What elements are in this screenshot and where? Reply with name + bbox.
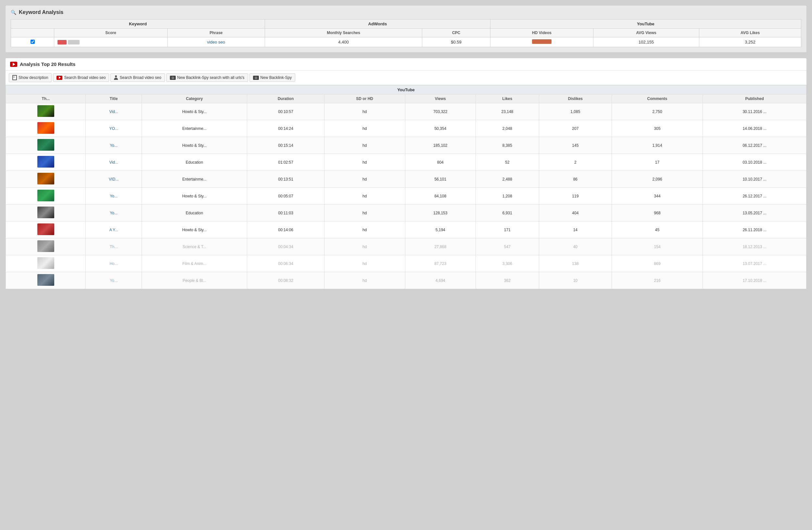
video-title-link[interactable]: Yo... [110,194,118,198]
cell-duration: 00:05:07 [247,188,324,205]
video-title-link[interactable]: Vid... [110,160,118,165]
video-title-link[interactable]: Yo... [110,211,118,215]
keyword-checkbox[interactable] [11,38,54,47]
cell-thumb [6,171,86,188]
analysis-header: Analysis Top 20 Results [5,58,807,71]
keyword-hd-bar [490,38,593,47]
cell-title[interactable]: Ho... [86,255,142,272]
cell-thumb [6,103,86,120]
cell-dislikes: 40 [539,238,612,255]
cell-sd-hd: hd [324,188,405,205]
cell-dislikes: 404 [539,205,612,221]
cell-sd-hd: hd [324,120,405,137]
cell-comments: 17 [612,154,702,171]
cell-title[interactable]: YO... [86,120,142,137]
keyword-phrase-link[interactable]: video seo [207,40,225,44]
table-row: VID... Entertainme... 00:13:51 hd 56,101… [6,171,807,188]
keyword-analysis-section: 🔍 Keyword Analysis Keyword AdWords YouTu… [5,5,807,53]
cell-likes: 2,048 [476,120,539,137]
video-title-link[interactable]: A Y... [110,227,118,232]
cell-comments: 216 [612,272,702,289]
cell-title[interactable]: Yo... [86,137,142,154]
video-thumbnail [37,207,54,218]
video-title-link[interactable]: Vid... [110,109,118,114]
video-title-link[interactable]: Th... [110,245,118,249]
adwords-group-header: AdWords [265,19,490,29]
cell-sd-hd: hd [324,103,405,120]
cell-title[interactable]: Vid... [86,154,142,171]
cell-sd-hd: hd [324,205,405,221]
cell-views: 84,108 [405,188,476,205]
col-avg-likes: AVG Likes [699,29,801,38]
cell-sd-hd: hd [324,171,405,188]
search-broad-person-button[interactable]: Search Broad video seo [111,73,165,82]
cell-title[interactable]: A Y... [86,221,142,238]
cell-likes: 8,385 [476,137,539,154]
keyword-monthly-searches: 4,400 [265,38,422,47]
cell-category: Education [142,154,247,171]
cell-published: 06.12.2017 ... [703,137,807,154]
cell-likes: 3,306 [476,255,539,272]
cell-sd-hd: hd [324,238,405,255]
cell-duration: 00:04:34 [247,238,324,255]
cell-comments: 154 [612,238,702,255]
video-title-link[interactable]: YO... [109,126,118,131]
col-sd-hd: SD or HD [324,94,405,103]
cell-likes: 1,208 [476,188,539,205]
backlink-spy-all-button[interactable]: New Backlink-Spy search with all urls's [166,73,248,82]
col-cpc: CPC [422,29,491,38]
video-title-link[interactable]: Ho... [110,262,118,266]
cell-published: 03.10.2018 ... [703,154,807,171]
cell-likes: 6,931 [476,205,539,221]
cell-title[interactable]: VID... [86,171,142,188]
backlink-spy-button[interactable]: New Backlink-Spy [249,73,295,82]
cell-category: Education [142,205,247,221]
video-title-link[interactable]: VID... [109,177,118,181]
cell-duration: 00:06:34 [247,255,324,272]
youtube-group-header: YouTube [490,19,801,29]
results-table-wrapper: YouTube Th... Title Category Duration SD… [5,85,807,289]
col-score: Score [54,29,168,38]
cell-thumb [6,154,86,171]
cell-category: Howto & Sty... [142,221,247,238]
col-hd-videos: HD Videos [490,29,593,38]
col-dislikes: Dislikes [539,94,612,103]
cell-duration: 00:14:24 [247,120,324,137]
cell-views: 50,354 [405,120,476,137]
cell-title[interactable]: Vid... [86,103,142,120]
cell-duration: 00:13:51 [247,171,324,188]
search-broad-yt-button[interactable]: Search Broad video seo [53,73,109,82]
keyword-group-header: Keyword [11,19,265,29]
cell-views: 27,868 [405,238,476,255]
score-bar-red [58,40,67,44]
cell-comments: 344 [612,188,702,205]
cell-published: 17.10.2018 ... [703,272,807,289]
cell-thumb [6,137,86,154]
keyword-phrase[interactable]: video seo [167,38,265,47]
video-title-link[interactable]: Yo... [110,278,118,283]
cell-title[interactable]: Th... [86,238,142,255]
keyword-analysis-title: Keyword Analysis [19,10,63,15]
cell-duration: 00:10:57 [247,103,324,120]
video-title-link[interactable]: Yo... [110,143,118,148]
cell-title[interactable]: Yo... [86,205,142,221]
video-thumbnail [37,274,54,286]
cell-published: 30.11.2016 ... [703,103,807,120]
cell-duration: 00:15:14 [247,137,324,154]
cell-comments: 968 [612,205,702,221]
col-duration: Duration [247,94,324,103]
cell-dislikes: 10 [539,272,612,289]
video-thumbnail [37,122,54,134]
video-thumbnail [37,139,54,151]
cell-comments: 1,914 [612,137,702,154]
cell-views: 703,322 [405,103,476,120]
cell-dislikes: 138 [539,255,612,272]
cell-title[interactable]: Yo... [86,188,142,205]
keyword-avg-views: 102,155 [593,38,699,47]
cell-title[interactable]: Yo... [86,272,142,289]
show-description-button[interactable]: Show description [9,73,52,82]
video-thumbnail [37,223,54,235]
cell-dislikes: 2 [539,154,612,171]
cell-category: Entertainme... [142,171,247,188]
spy-icon-2 [253,76,259,80]
